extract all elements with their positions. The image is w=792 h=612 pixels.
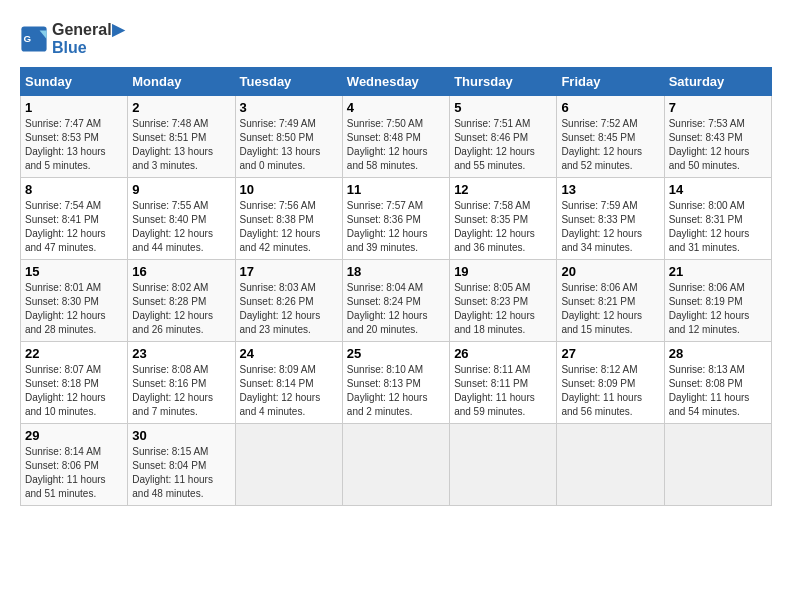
calendar-cell: 17 Sunrise: 8:03 AMSunset: 8:26 PMDaylig… bbox=[235, 260, 342, 342]
calendar-week-row: 15 Sunrise: 8:01 AMSunset: 8:30 PMDaylig… bbox=[21, 260, 772, 342]
logo-icon: G bbox=[20, 25, 48, 53]
calendar-cell: 19 Sunrise: 8:05 AMSunset: 8:23 PMDaylig… bbox=[450, 260, 557, 342]
calendar-cell bbox=[664, 424, 771, 506]
day-number: 19 bbox=[454, 264, 552, 279]
weekday-header: Sunday bbox=[21, 68, 128, 96]
calendar-cell: 18 Sunrise: 8:04 AMSunset: 8:24 PMDaylig… bbox=[342, 260, 449, 342]
calendar-cell: 29 Sunrise: 8:14 AMSunset: 8:06 PMDaylig… bbox=[21, 424, 128, 506]
calendar-cell: 10 Sunrise: 7:56 AMSunset: 8:38 PMDaylig… bbox=[235, 178, 342, 260]
day-number: 2 bbox=[132, 100, 230, 115]
day-info: Sunrise: 7:59 AMSunset: 8:33 PMDaylight:… bbox=[561, 199, 659, 255]
svg-text:G: G bbox=[24, 32, 32, 43]
calendar-cell: 8 Sunrise: 7:54 AMSunset: 8:41 PMDayligh… bbox=[21, 178, 128, 260]
calendar-cell bbox=[342, 424, 449, 506]
calendar-week-row: 29 Sunrise: 8:14 AMSunset: 8:06 PMDaylig… bbox=[21, 424, 772, 506]
calendar-week-row: 1 Sunrise: 7:47 AMSunset: 8:53 PMDayligh… bbox=[21, 96, 772, 178]
day-number: 7 bbox=[669, 100, 767, 115]
calendar-cell: 23 Sunrise: 8:08 AMSunset: 8:16 PMDaylig… bbox=[128, 342, 235, 424]
calendar-header-row: SundayMondayTuesdayWednesdayThursdayFrid… bbox=[21, 68, 772, 96]
day-number: 18 bbox=[347, 264, 445, 279]
calendar-cell: 4 Sunrise: 7:50 AMSunset: 8:48 PMDayligh… bbox=[342, 96, 449, 178]
day-info: Sunrise: 7:51 AMSunset: 8:46 PMDaylight:… bbox=[454, 117, 552, 173]
day-number: 10 bbox=[240, 182, 338, 197]
calendar-cell: 21 Sunrise: 8:06 AMSunset: 8:19 PMDaylig… bbox=[664, 260, 771, 342]
day-number: 16 bbox=[132, 264, 230, 279]
calendar-cell: 1 Sunrise: 7:47 AMSunset: 8:53 PMDayligh… bbox=[21, 96, 128, 178]
calendar-cell: 2 Sunrise: 7:48 AMSunset: 8:51 PMDayligh… bbox=[128, 96, 235, 178]
calendar-cell: 5 Sunrise: 7:51 AMSunset: 8:46 PMDayligh… bbox=[450, 96, 557, 178]
day-info: Sunrise: 8:04 AMSunset: 8:24 PMDaylight:… bbox=[347, 281, 445, 337]
day-info: Sunrise: 7:47 AMSunset: 8:53 PMDaylight:… bbox=[25, 117, 123, 173]
page-header: G General▶ Blue bbox=[20, 20, 772, 57]
day-info: Sunrise: 7:49 AMSunset: 8:50 PMDaylight:… bbox=[240, 117, 338, 173]
day-number: 15 bbox=[25, 264, 123, 279]
day-number: 8 bbox=[25, 182, 123, 197]
day-number: 29 bbox=[25, 428, 123, 443]
day-info: Sunrise: 7:56 AMSunset: 8:38 PMDaylight:… bbox=[240, 199, 338, 255]
weekday-header: Thursday bbox=[450, 68, 557, 96]
calendar-cell: 25 Sunrise: 8:10 AMSunset: 8:13 PMDaylig… bbox=[342, 342, 449, 424]
day-info: Sunrise: 7:48 AMSunset: 8:51 PMDaylight:… bbox=[132, 117, 230, 173]
calendar-cell: 9 Sunrise: 7:55 AMSunset: 8:40 PMDayligh… bbox=[128, 178, 235, 260]
calendar-cell: 27 Sunrise: 8:12 AMSunset: 8:09 PMDaylig… bbox=[557, 342, 664, 424]
day-number: 17 bbox=[240, 264, 338, 279]
calendar-cell: 28 Sunrise: 8:13 AMSunset: 8:08 PMDaylig… bbox=[664, 342, 771, 424]
calendar-cell: 7 Sunrise: 7:53 AMSunset: 8:43 PMDayligh… bbox=[664, 96, 771, 178]
day-info: Sunrise: 8:02 AMSunset: 8:28 PMDaylight:… bbox=[132, 281, 230, 337]
weekday-header: Tuesday bbox=[235, 68, 342, 96]
weekday-header: Friday bbox=[557, 68, 664, 96]
day-number: 12 bbox=[454, 182, 552, 197]
day-number: 13 bbox=[561, 182, 659, 197]
calendar-cell: 14 Sunrise: 8:00 AMSunset: 8:31 PMDaylig… bbox=[664, 178, 771, 260]
weekday-header: Monday bbox=[128, 68, 235, 96]
day-info: Sunrise: 8:03 AMSunset: 8:26 PMDaylight:… bbox=[240, 281, 338, 337]
day-number: 21 bbox=[669, 264, 767, 279]
calendar-cell: 15 Sunrise: 8:01 AMSunset: 8:30 PMDaylig… bbox=[21, 260, 128, 342]
calendar-cell: 24 Sunrise: 8:09 AMSunset: 8:14 PMDaylig… bbox=[235, 342, 342, 424]
day-info: Sunrise: 8:00 AMSunset: 8:31 PMDaylight:… bbox=[669, 199, 767, 255]
weekday-header: Saturday bbox=[664, 68, 771, 96]
day-number: 25 bbox=[347, 346, 445, 361]
day-info: Sunrise: 8:11 AMSunset: 8:11 PMDaylight:… bbox=[454, 363, 552, 419]
day-info: Sunrise: 8:10 AMSunset: 8:13 PMDaylight:… bbox=[347, 363, 445, 419]
day-info: Sunrise: 8:14 AMSunset: 8:06 PMDaylight:… bbox=[25, 445, 123, 501]
day-number: 26 bbox=[454, 346, 552, 361]
calendar-cell bbox=[557, 424, 664, 506]
day-info: Sunrise: 8:09 AMSunset: 8:14 PMDaylight:… bbox=[240, 363, 338, 419]
calendar-cell: 3 Sunrise: 7:49 AMSunset: 8:50 PMDayligh… bbox=[235, 96, 342, 178]
calendar-cell: 13 Sunrise: 7:59 AMSunset: 8:33 PMDaylig… bbox=[557, 178, 664, 260]
day-number: 23 bbox=[132, 346, 230, 361]
weekday-header: Wednesday bbox=[342, 68, 449, 96]
logo-text: General▶ Blue bbox=[52, 20, 124, 57]
day-info: Sunrise: 8:06 AMSunset: 8:21 PMDaylight:… bbox=[561, 281, 659, 337]
day-info: Sunrise: 7:50 AMSunset: 8:48 PMDaylight:… bbox=[347, 117, 445, 173]
day-info: Sunrise: 7:53 AMSunset: 8:43 PMDaylight:… bbox=[669, 117, 767, 173]
day-info: Sunrise: 7:52 AMSunset: 8:45 PMDaylight:… bbox=[561, 117, 659, 173]
day-info: Sunrise: 8:07 AMSunset: 8:18 PMDaylight:… bbox=[25, 363, 123, 419]
day-number: 14 bbox=[669, 182, 767, 197]
day-number: 11 bbox=[347, 182, 445, 197]
calendar-cell bbox=[235, 424, 342, 506]
day-info: Sunrise: 8:15 AMSunset: 8:04 PMDaylight:… bbox=[132, 445, 230, 501]
day-info: Sunrise: 7:57 AMSunset: 8:36 PMDaylight:… bbox=[347, 199, 445, 255]
day-info: Sunrise: 8:08 AMSunset: 8:16 PMDaylight:… bbox=[132, 363, 230, 419]
day-number: 3 bbox=[240, 100, 338, 115]
calendar-table: SundayMondayTuesdayWednesdayThursdayFrid… bbox=[20, 67, 772, 506]
day-number: 6 bbox=[561, 100, 659, 115]
day-number: 27 bbox=[561, 346, 659, 361]
calendar-cell: 30 Sunrise: 8:15 AMSunset: 8:04 PMDaylig… bbox=[128, 424, 235, 506]
calendar-cell: 12 Sunrise: 7:58 AMSunset: 8:35 PMDaylig… bbox=[450, 178, 557, 260]
day-number: 4 bbox=[347, 100, 445, 115]
logo: G General▶ Blue bbox=[20, 20, 124, 57]
day-info: Sunrise: 8:13 AMSunset: 8:08 PMDaylight:… bbox=[669, 363, 767, 419]
calendar-cell: 22 Sunrise: 8:07 AMSunset: 8:18 PMDaylig… bbox=[21, 342, 128, 424]
day-number: 20 bbox=[561, 264, 659, 279]
day-number: 9 bbox=[132, 182, 230, 197]
calendar-cell: 26 Sunrise: 8:11 AMSunset: 8:11 PMDaylig… bbox=[450, 342, 557, 424]
day-info: Sunrise: 8:01 AMSunset: 8:30 PMDaylight:… bbox=[25, 281, 123, 337]
calendar-cell: 20 Sunrise: 8:06 AMSunset: 8:21 PMDaylig… bbox=[557, 260, 664, 342]
day-info: Sunrise: 7:55 AMSunset: 8:40 PMDaylight:… bbox=[132, 199, 230, 255]
day-number: 24 bbox=[240, 346, 338, 361]
calendar-cell bbox=[450, 424, 557, 506]
calendar-cell: 16 Sunrise: 8:02 AMSunset: 8:28 PMDaylig… bbox=[128, 260, 235, 342]
